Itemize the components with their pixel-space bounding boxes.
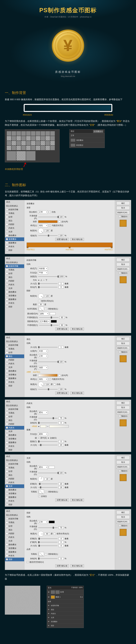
layerstyle-stroke: 样式 混合选项:默认 斜面和浮雕 等高线 纹理 描边 内阴影 内发光 光泽 颜色… — [5, 336, 131, 397]
after-paragraph: 为了增添金币的质感，在其上添加一层纹理效果（素材在附件包内），图层模式改为 "柔… — [5, 573, 131, 581]
grad-left-label: #041b23 — [23, 114, 32, 116]
gradient-labels: #041b23 #093b4e — [23, 114, 113, 116]
layer-1[interactable]: 渐变叠加 — [76, 139, 83, 142]
layerstyle-inner-glow: 样式 混合选项:默认 斜面和浮雕 等高线 纹理 描边 内阴影 内发光 光泽 颜色… — [5, 400, 131, 452]
gradient-editor: #cb7611#cb7611#cb7011 — [27, 242, 113, 251]
checkbox-icon[interactable] — [6, 208, 8, 210]
section-1-title: 一、制作背景 — [5, 90, 131, 95]
layers-mini-header: 图层 纹理叠加 ▾ — [70, 130, 105, 133]
hero-section: ¥ 质感游戏金币图标 blog.dearsalt.me — [0, 20, 136, 87]
layerstyle-gradient-overlay: 样式 混合选项:默认 斜面和浮雕 等高线 纹理 描边 内阴影 内发光 光泽 颜色… — [5, 200, 131, 254]
coin-caption: 质感游戏金币图标 — [0, 70, 136, 74]
page-title: PS制作质感金币图标 — [0, 6, 136, 14]
noise-texture-sample — [5, 586, 40, 614]
blendmode-dropdown[interactable]: 正常 — [38, 210, 48, 214]
texture-grid — [5, 129, 60, 162]
layer-2[interactable]: 斯变图层 — [76, 144, 83, 146]
layers-mini-panel: 图层 纹理叠加 ▾ 正常 渐变叠加 斯变图层 — [69, 129, 105, 148]
gradient-picker[interactable] — [38, 220, 57, 223]
header: PS制作质感金币图标 作者：DearSalt 所属类别：UI 所用软件：phot… — [0, 0, 136, 20]
gradient-sample — [24, 104, 112, 112]
layerstyle-bevel: 样式 混合选项:默认 斜面和浮雕 等高线 纹理 描边 内阴影 内发光 光泽 颜色… — [5, 256, 131, 333]
coin-graphic: ¥ — [52, 30, 84, 62]
coin-url: blog.dearsalt.me — [61, 74, 75, 78]
texture-label: 本例教程所用纹理 ➚ — [5, 164, 60, 171]
angle-dial[interactable] — [38, 228, 44, 234]
ok-button[interactable]: 确定 — [116, 202, 130, 205]
new-style-button[interactable]: 新建样式(W)... — [116, 211, 130, 214]
grad-right-label: #093b4e — [104, 114, 113, 116]
section-1-p1: 新建 900 X 600 像素的画布，新建图层并填充任意颜色，然后双击此图层弹出… — [5, 98, 131, 102]
final-row: 柔光不透明度: 100% 👁纹理 👁椭圆 1fx ▾ 效果 👁斜面和浮雕 👁描边… — [0, 586, 136, 634]
section-2-p1: 首先新建图层，使用椭圆工具（U）按住 shift 键在画布上建立一个正圆，然后双… — [5, 190, 131, 198]
opacity-slider[interactable] — [38, 217, 57, 217]
blend-mode-label: 正常 — [71, 134, 74, 137]
texture-panel: 本例教程所用纹理 ➚ 图层 纹理叠加 ▾ 正常 渐变叠加 斯变图层 — [5, 129, 131, 171]
restore-btn[interactable]: 复位为默认值 — [71, 238, 84, 241]
section-2: 二、制作图标 首先新建图层，使用椭圆工具（U）按住 shift 键在画布上建立一… — [0, 180, 136, 586]
section-1: 一、制作背景 新建 900 X 600 像素的画布，新建图层并填充任意颜色，然后… — [0, 87, 136, 180]
page: PS制作质感金币图标 作者：DearSalt 所属类别：UI 所用软件：phot… — [0, 0, 136, 634]
layerstyle-drop-shadow: 样式 混合选项:默认 斜面和浮雕 等高线 纹理 描边 内阴影 内发光 光泽 颜色… — [5, 509, 131, 570]
layerstyle-satin: 样式 混合选项:默认 斜面和浮雕 等高线 纹理 描边 内阴影 内发光 光泽 颜色… — [5, 454, 131, 507]
section-1-p2: 为了增强背景的质感，在斯变图层上新建一个纹理层，填充以下纹理（可尝试不同的纹理效… — [5, 119, 131, 127]
cancel-button[interactable]: 取消 — [116, 206, 130, 210]
section-2-title: 二、制作图标 — [5, 182, 131, 188]
eye-icon[interactable]: 👁 — [48, 591, 50, 593]
ls-left: 样式 混合选项:默认 斜面和浮雕 等高线 纹理 描边 内阴影 内发光 光泽 颜色… — [5, 200, 24, 254]
preview-swatch — [119, 220, 127, 227]
grad-overlay-btn[interactable]: 纹理叠加 ▾ — [93, 130, 103, 133]
coin-symbol: ¥ — [57, 35, 79, 56]
contour-picker[interactable] — [38, 307, 44, 311]
page-subtitle: 作者：DearSalt 所属类别：UI 所用软件：photoshop cc — [0, 16, 136, 18]
reset-btn[interactable]: 设置为默认值 — [55, 238, 69, 241]
layers-panel: 柔光不透明度: 100% 👁纹理 👁椭圆 1fx ▾ 效果 👁斜面和浮雕 👁描边… — [47, 586, 84, 628]
